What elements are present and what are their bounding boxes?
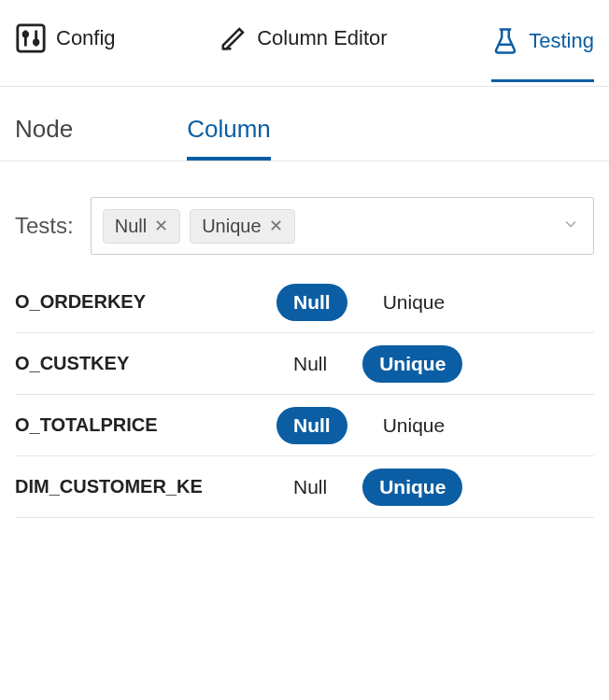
subtab-node[interactable]: Node — [15, 115, 73, 161]
table-row: O_ORDERKEYNullUnique — [15, 272, 594, 333]
null-pill[interactable]: Null — [276, 469, 344, 506]
close-icon[interactable]: ✕ — [154, 217, 168, 234]
table-row: DIM_CUSTOMER_KENullUnique — [15, 456, 594, 518]
svg-rect-0 — [18, 25, 44, 51]
tab-config-label: Config — [56, 26, 116, 50]
column-tests: NullUnique — [202, 345, 594, 383]
tab-testing-label: Testing — [529, 29, 594, 53]
column-tests: NullUnique — [202, 469, 594, 506]
tag-null-label: Null — [115, 216, 147, 237]
column-name: O_TOTALPRICE — [15, 414, 202, 436]
null-pill[interactable]: Null — [276, 407, 347, 444]
unique-pill[interactable]: Unique — [362, 345, 462, 383]
table-row: O_TOTALPRICENullUnique — [15, 395, 594, 456]
column-tests: NullUnique — [202, 407, 594, 444]
tag-unique[interactable]: Unique ✕ — [190, 209, 294, 244]
tag-null[interactable]: Null ✕ — [103, 209, 180, 244]
tab-config[interactable]: Config — [15, 22, 116, 60]
null-pill[interactable]: Null — [276, 284, 347, 321]
pencil-icon — [220, 24, 248, 52]
sub-nav: Node Column — [0, 87, 609, 161]
close-icon[interactable]: ✕ — [269, 217, 283, 234]
unique-pill[interactable]: Unique — [362, 469, 462, 506]
subtab-column[interactable]: Column — [187, 115, 271, 161]
tests-filter-row: Tests: Null ✕ Unique ✕ — [0, 161, 609, 272]
svg-point-2 — [23, 32, 28, 36]
null-pill[interactable]: Null — [276, 345, 344, 383]
tab-column-editor[interactable]: Column Editor — [220, 24, 387, 58]
sliders-icon — [15, 22, 47, 54]
unique-pill[interactable]: Unique — [366, 407, 462, 444]
tests-label: Tests: — [15, 213, 74, 239]
svg-point-4 — [34, 40, 38, 45]
column-name: O_ORDERKEY — [15, 291, 202, 313]
column-tests: NullUnique — [202, 284, 594, 321]
top-nav: Config Column Editor Testing — [0, 0, 609, 87]
tests-select[interactable]: Null ✕ Unique ✕ — [91, 197, 594, 255]
tag-unique-label: Unique — [202, 216, 261, 237]
table-row: O_CUSTKEYNullUnique — [15, 333, 594, 395]
columns-table: O_ORDERKEYNullUniqueO_CUSTKEYNullUniqueO… — [0, 272, 609, 518]
tab-column-editor-label: Column Editor — [257, 26, 387, 50]
unique-pill[interactable]: Unique — [366, 284, 462, 321]
tab-testing[interactable]: Testing — [491, 27, 594, 82]
chevron-down-icon[interactable] — [561, 215, 580, 237]
column-name: O_CUSTKEY — [15, 353, 202, 374]
column-name: DIM_CUSTOMER_KE — [15, 476, 202, 497]
flask-icon — [491, 27, 519, 55]
